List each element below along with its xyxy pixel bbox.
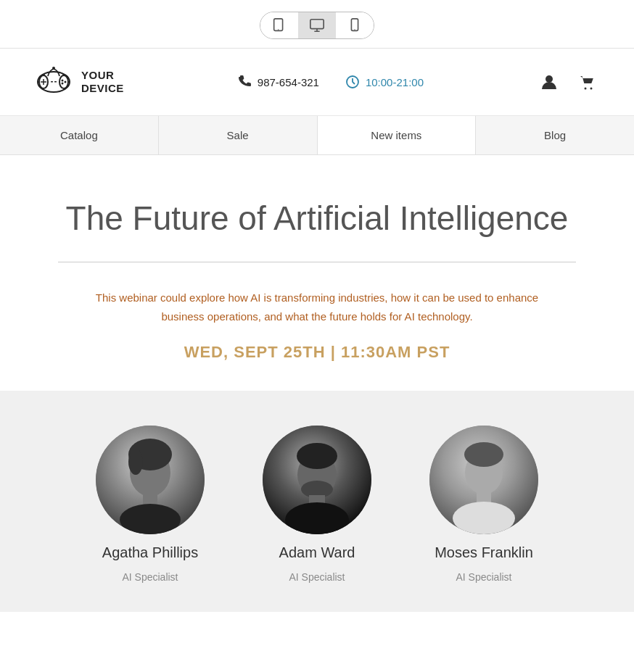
tablet-view-button[interactable]	[260, 12, 298, 38]
device-switcher	[260, 12, 374, 39]
speaker-avatar-agatha	[96, 426, 205, 534]
speaker-title-adam: AI Specialist	[289, 571, 345, 583]
logo-icon	[35, 62, 73, 102]
phone-icon	[237, 75, 252, 89]
speakers-section: Agatha Phillips AI Specialist	[0, 391, 634, 612]
site-nav: Catalog Sale New items Blog	[0, 116, 634, 155]
speaker-name-agatha: Agatha Phillips	[102, 544, 198, 561]
mobile-view-button[interactable]	[336, 12, 374, 38]
main-content: The Future of Artificial Intelligence Th…	[0, 155, 634, 612]
speaker-avatar-adam	[263, 426, 371, 534]
svg-point-12	[62, 80, 64, 82]
svg-point-15	[52, 67, 55, 70]
phone-number: 987-654-321	[258, 76, 319, 88]
svg-point-13	[65, 81, 67, 83]
svg-point-25	[128, 449, 143, 475]
svg-rect-17	[54, 81, 57, 83]
desktop-view-button[interactable]	[298, 12, 336, 38]
svg-point-27	[120, 504, 181, 534]
logo-text: YOUR DEVICE	[81, 69, 124, 95]
nav-sale[interactable]: Sale	[159, 116, 318, 154]
user-account-button[interactable]	[537, 70, 561, 94]
svg-point-20	[584, 88, 586, 90]
speaker-title-agatha: AI Specialist	[122, 571, 178, 583]
svg-point-6	[354, 29, 355, 30]
speaker-card-moses: Moses Franklin AI Specialist	[429, 426, 538, 583]
webinar-description: This webinar could explore how AI is tra…	[58, 289, 576, 325]
svg-rect-2	[310, 20, 324, 29]
cart-icon	[577, 72, 596, 91]
svg-point-14	[62, 83, 64, 85]
svg-point-1	[278, 29, 279, 30]
speaker-card-adam: Adam Ward AI Specialist	[263, 426, 371, 583]
svg-rect-0	[274, 19, 283, 31]
webinar-title: The Future of Artificial Intelligence	[58, 199, 576, 238]
svg-point-9	[59, 75, 68, 88]
speaker-card-agatha: Agatha Phillips AI Specialist	[96, 426, 205, 583]
header-actions	[537, 70, 599, 94]
clock-icon	[345, 75, 360, 89]
device-bar	[0, 0, 634, 49]
svg-point-19	[546, 75, 553, 83]
svg-rect-16	[51, 81, 53, 83]
user-icon	[540, 72, 559, 91]
speaker-title-moses: AI Specialist	[456, 571, 511, 583]
svg-point-21	[590, 88, 592, 90]
svg-rect-5	[351, 19, 358, 31]
site-header: YOUR DEVICE 987-654-321 10:00-21:00	[0, 49, 634, 116]
cart-button[interactable]	[575, 70, 599, 94]
speaker-avatar-moses	[429, 426, 538, 534]
speaker-name-adam: Adam Ward	[279, 544, 355, 561]
desktop-icon	[309, 17, 325, 33]
webinar-hero: The Future of Artificial Intelligence Th…	[0, 155, 634, 391]
nav-catalog[interactable]: Catalog	[0, 116, 159, 154]
logo-area: YOUR DEVICE	[35, 62, 124, 102]
tablet-icon	[271, 17, 287, 33]
section-divider	[58, 262, 576, 262]
header-contacts: 987-654-321 10:00-21:00	[237, 75, 424, 89]
business-hours: 10:00-21:00	[366, 76, 424, 88]
nav-blog[interactable]: Blog	[476, 116, 634, 154]
svg-point-38	[453, 502, 515, 534]
svg-point-30	[297, 443, 337, 469]
svg-point-36	[464, 442, 503, 467]
nav-new-items[interactable]: New items	[318, 116, 477, 154]
phone-contact: 987-654-321	[237, 75, 319, 89]
hours-contact: 10:00-21:00	[345, 75, 424, 89]
mobile-icon	[347, 17, 363, 33]
webinar-date: WED, SEPT 25TH | 11:30AM PST	[58, 343, 576, 362]
speaker-name-moses: Moses Franklin	[435, 544, 533, 561]
